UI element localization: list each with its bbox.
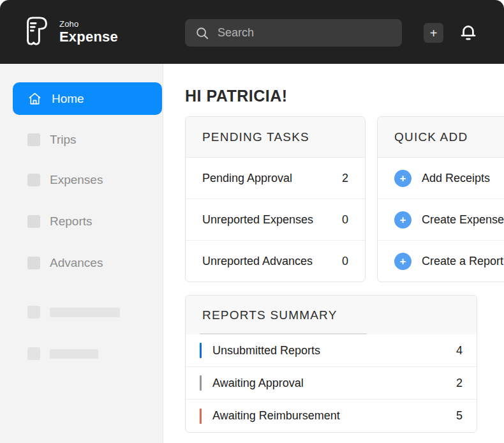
notifications-button[interactable] (456, 20, 480, 45)
summary-label: Awaiting Reimbursement (212, 409, 456, 423)
receipt-logo-icon (23, 15, 51, 49)
search-box[interactable] (185, 19, 402, 47)
sidebar-nav: Home Trips Expenses Reports Advances (0, 64, 163, 443)
skeleton-bar (50, 308, 120, 317)
quick-action-label: Create a Report (422, 255, 503, 268)
header-divider-line (200, 333, 367, 334)
status-color-bar (200, 375, 202, 391)
trips-placeholder-icon (27, 133, 40, 146)
plus-circle-icon: + (394, 170, 411, 187)
stat-value: 0 (342, 255, 348, 268)
stat-label: Pending Approval (202, 172, 292, 185)
plus-circle-icon: + (394, 211, 411, 229)
skeleton-icon (27, 306, 40, 319)
reports-placeholder-icon (27, 215, 40, 228)
quick-add-card: QUICK ADD + Add Receipts + Create Expens… (377, 116, 504, 282)
awaiting-approval-row[interactable]: Awaiting Approval 2 (186, 367, 477, 400)
home-icon (27, 91, 42, 106)
sidebar-item-label: Advances (50, 256, 103, 270)
pending-tasks-title: PENDING TASKS (186, 117, 365, 158)
sidebar-item-expenses[interactable]: Expenses (27, 171, 103, 189)
sidebar-item-advances[interactable]: Advances (27, 254, 103, 272)
bell-icon (457, 21, 479, 44)
skeleton-icon (27, 347, 40, 360)
pending-tasks-card: PENDING TASKS Pending Approval 2 Unrepor… (185, 116, 366, 282)
expenses-placeholder-icon (27, 174, 40, 186)
summary-value: 4 (456, 344, 463, 357)
sidebar-item-label: Reports (50, 214, 93, 229)
reports-summary-card: REPORTS SUMMARY Unsubmitted Reports 4 Aw… (185, 295, 477, 433)
summary-label: Unsubmitted Reports (212, 344, 456, 357)
reports-summary-title: REPORTS SUMMARY (186, 296, 477, 334)
sidebar-item-label: Expenses (50, 173, 103, 187)
create-report-button[interactable]: + Create a Report (378, 241, 504, 282)
sidebar-item-reports[interactable]: Reports (27, 213, 93, 230)
brand-text: Zoho Expense (59, 20, 118, 44)
unreported-expenses-row[interactable]: Unreported Expenses 0 (186, 199, 365, 241)
summary-value: 2 (456, 377, 463, 390)
brand-company: Zoho (59, 20, 118, 28)
stat-value: 2 (342, 172, 348, 185)
main-content: HI PATRICIA! PENDING TASKS Pending Appro… (163, 64, 504, 443)
status-color-bar (200, 343, 202, 358)
awaiting-reimbursement-row[interactable]: Awaiting Reimbursement 5 (186, 400, 477, 432)
zoho-expense-app: Zoho Expense + (0, 0, 504, 443)
sidebar-item-trips[interactable]: Trips (27, 131, 77, 149)
sidebar-skeleton-item (27, 345, 98, 363)
status-color-bar (200, 409, 202, 424)
plus-circle-icon: + (394, 253, 411, 270)
quick-add-title: QUICK ADD (378, 117, 504, 158)
stat-label: Unreported Advances (202, 255, 313, 268)
greeting-heading: HI PATRICIA! (185, 87, 288, 105)
add-receipts-button[interactable]: + Add Receipts (378, 158, 504, 199)
create-expense-button[interactable]: + Create Expense (378, 199, 504, 241)
sidebar-item-label: Home (52, 92, 84, 106)
sidebar-skeleton-item (27, 303, 120, 321)
quick-action-label: Create Expense (422, 213, 504, 227)
top-bar: Zoho Expense + (0, 0, 504, 64)
sidebar-item-home[interactable]: Home (13, 82, 162, 115)
skeleton-bar (50, 349, 98, 359)
stat-label: Unreported Expenses (202, 213, 313, 227)
summary-label: Awaiting Approval (212, 377, 456, 390)
unreported-advances-row[interactable]: Unreported Advances 0 (186, 241, 365, 282)
brand-product: Expense (59, 30, 118, 44)
stat-value: 0 (342, 213, 348, 227)
sidebar-item-label: Trips (50, 133, 77, 147)
pending-approval-row[interactable]: Pending Approval 2 (186, 158, 365, 199)
quick-action-label: Add Receipts (422, 172, 490, 185)
summary-value: 5 (456, 409, 463, 423)
app-logo[interactable]: Zoho Expense (23, 15, 118, 49)
unsubmitted-reports-row[interactable]: Unsubmitted Reports 4 (186, 334, 477, 367)
search-input[interactable] (218, 26, 392, 40)
search-icon (195, 26, 209, 40)
advances-placeholder-icon (27, 257, 40, 269)
global-add-button[interactable]: + (424, 23, 443, 43)
